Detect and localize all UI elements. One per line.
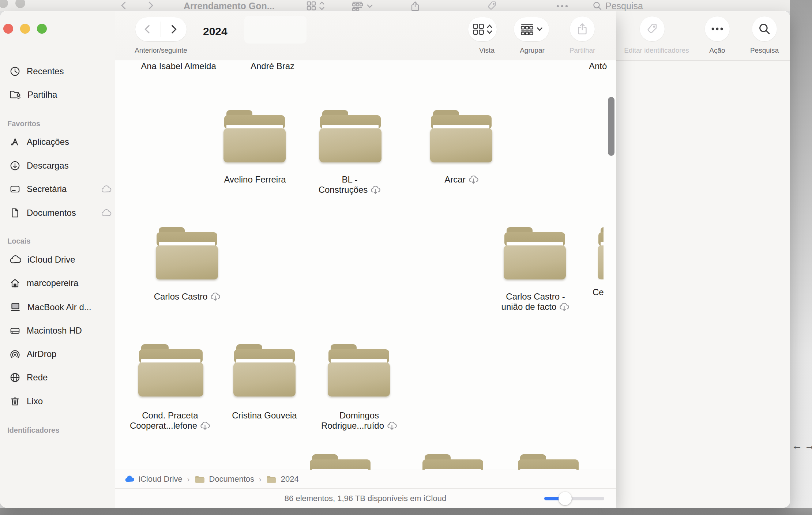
edit-tags-button[interactable] (640, 16, 665, 41)
sidebar-label: marcopereira (27, 278, 78, 288)
view-button[interactable] (468, 17, 497, 41)
file-label[interactable]: Carlos Castro - união de facto (473, 292, 598, 312)
icloud-icon (124, 475, 135, 483)
page-back-arrow-icon[interactable]: ← (792, 440, 802, 451)
search-label: Pesquisa (750, 46, 779, 54)
icon-size-slider[interactable] (544, 497, 604, 500)
search-icon[interactable] (593, 1, 602, 11)
path-segment[interactable]: iCloud Drive (139, 474, 183, 484)
group-button[interactable] (514, 17, 549, 41)
sidebar-item-macintosh-hd[interactable]: Macintosh HD (10, 323, 108, 339)
folder-cond-praceta[interactable] (138, 344, 203, 396)
folder-arcar[interactable] (430, 110, 492, 162)
sidebar-section-locais: Locais (7, 237, 30, 245)
search-button[interactable] (752, 16, 777, 41)
sidebar-item-documentos[interactable]: Documentos (10, 205, 108, 221)
close-button[interactable] (3, 24, 13, 34)
file-name: Rodrigue...ruído (321, 421, 384, 431)
forward-chevron-icon[interactable] (146, 1, 154, 10)
trash-icon (10, 396, 20, 407)
folder-avelino-ferreira[interactable] (223, 110, 286, 162)
view-grid-icon[interactable] (307, 1, 328, 11)
file-label[interactable]: Domingos Rodrigue...ruído (297, 410, 421, 431)
sidebar-label: Secretária (27, 184, 67, 194)
file-label[interactable]: BL - Construções (287, 174, 412, 195)
sidebar-item-lixo[interactable]: Lixo (10, 393, 108, 409)
zoom-button[interactable] (37, 24, 47, 34)
sidebar-label: MacBook Air d... (27, 302, 91, 312)
back-button[interactable] (143, 24, 152, 34)
file-name: Cooperat...lefone (130, 421, 197, 431)
file-label[interactable]: André Braz (251, 61, 294, 71)
sidebar-section-favoritos: Favoritos (7, 120, 40, 128)
action-button[interactable] (705, 16, 730, 41)
home-icon (10, 278, 20, 289)
document-icon (10, 207, 20, 218)
chevron-up-down-icon (486, 24, 493, 35)
app-store-icon (10, 136, 20, 147)
sidebar-item-rede[interactable]: Rede (10, 369, 108, 386)
cloud-icon (10, 254, 21, 265)
sidebar-label: Descargas (27, 161, 69, 171)
sidebar-item-recentes[interactable]: Recentes (10, 63, 108, 79)
folder-carlos-castro[interactable] (156, 227, 218, 279)
folder-carlos-castro-uniao[interactable] (504, 227, 566, 279)
download-circle-icon (10, 160, 20, 171)
globe-icon (10, 372, 20, 383)
sidebar-item-icloud-drive[interactable]: iCloud Drive (10, 252, 108, 268)
sidebar-item-partilha[interactable]: Partilha (10, 87, 108, 103)
internal-drive-icon (10, 325, 20, 336)
chevron-down-icon (537, 27, 543, 31)
tag-icon[interactable] (487, 1, 497, 11)
nav-button-group (135, 17, 187, 41)
view-grid-icon (473, 23, 484, 35)
scrollbar-thumb[interactable] (608, 97, 614, 156)
secondary-finder-window: Editar identificadores Ação Pesquisa (616, 11, 790, 508)
folder-domingos[interactable] (328, 344, 390, 396)
sidebar: Recentes Partilha Favoritos Aplicações (0, 11, 115, 508)
file-label[interactable]: Ana Isabel Almeida (141, 61, 216, 71)
file-label[interactable]: Ce (593, 287, 604, 297)
edit-tags-label: Editar identificadores (624, 46, 689, 54)
background-search-label[interactable]: Pesquisa (605, 1, 643, 11)
file-name: Cristina Gouveia (232, 410, 297, 420)
back-chevron-icon[interactable] (120, 1, 128, 10)
path-segment[interactable]: 2024 (281, 474, 299, 484)
sidebar-item-descargas[interactable]: Descargas (10, 158, 108, 174)
group-list-icon[interactable] (352, 1, 375, 11)
status-text: 86 elementos, 1,96 TB disponíveis em iCl… (115, 494, 616, 503)
forward-button[interactable] (169, 24, 178, 34)
share-icon[interactable] (410, 1, 420, 11)
icloud-download-icon (210, 292, 221, 301)
sidebar-item-macbook[interactable]: MacBook Air d... (10, 299, 108, 315)
sidebar-item-marcopereira[interactable]: marcopereira (10, 275, 108, 291)
folder-clipped-right[interactable] (598, 227, 604, 279)
more-icon[interactable] (556, 4, 568, 8)
inactive-traffic-light[interactable] (15, 0, 25, 8)
sidebar-section-identificadores: Identificadores (7, 426, 59, 435)
folder-clipped-bottom[interactable] (309, 454, 371, 470)
inactive-traffic-light[interactable] (0, 0, 8, 8)
file-name: BL - (342, 174, 357, 184)
file-label[interactable]: Carlos Castro (125, 292, 249, 302)
file-name: Arcar (444, 174, 465, 184)
folder-bl-construcoes[interactable] (319, 110, 381, 162)
toolbar: Anterior/seguinte 2024 Vista Agrupar (115, 11, 616, 61)
file-name: Carlos Castro (154, 292, 208, 301)
sidebar-item-airdrop[interactable]: AirDrop (10, 346, 108, 362)
slider-thumb[interactable] (559, 492, 572, 505)
file-label[interactable]: Antó (589, 61, 607, 71)
page-forward-arrow-icon[interactable]: → (804, 440, 812, 451)
file-label[interactable]: Arcar (399, 174, 524, 185)
file-name: Domingos (339, 410, 379, 420)
folder-clipped-bottom[interactable] (422, 454, 484, 470)
folder-clipped-bottom[interactable] (517, 454, 579, 470)
sidebar-item-secretaria[interactable]: Secretária (10, 181, 108, 197)
minimize-button[interactable] (20, 24, 30, 34)
sidebar-item-aplicacoes[interactable]: Aplicações (10, 134, 108, 150)
folder-cristina-gouveia[interactable] (233, 344, 296, 396)
file-name: Avelino Ferreira (224, 174, 286, 184)
file-name: Carlos Castro - (506, 292, 565, 301)
path-segment[interactable]: Documentos (209, 474, 255, 484)
share-button[interactable] (570, 16, 595, 41)
